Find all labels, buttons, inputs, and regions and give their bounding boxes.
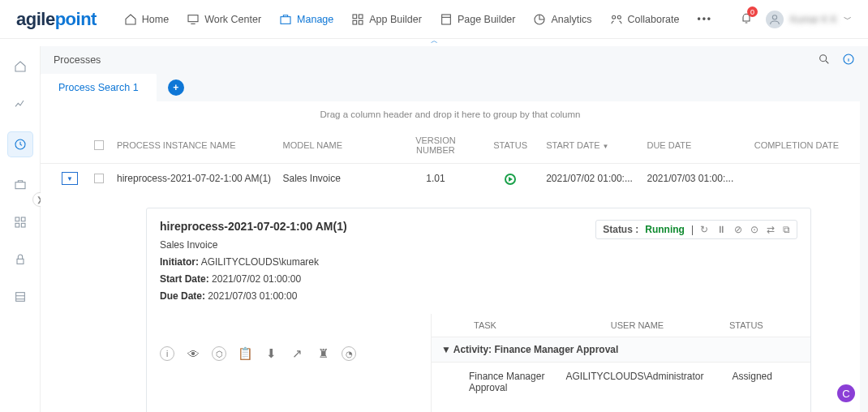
info-action-icon[interactable]: i [160,346,174,361]
task-subgrid: TASK USER NAME STATUS ▼ Activity: Financ… [431,314,810,412]
status-divider: | [691,224,694,235]
select-all-checkbox[interactable] [94,140,104,150]
share-action-icon[interactable]: ↗ [290,346,304,361]
rail-security[interactable] [11,251,29,268]
task-status: Assigned [704,371,801,393]
col-process-name[interactable]: PROCESS INSTANCE NAME [112,137,277,153]
rail-processes[interactable] [8,132,32,157]
export-action-icon[interactable]: ⬇ [264,346,278,361]
nav-more[interactable]: ••• [697,13,712,26]
restart-icon[interactable]: ⊙ [750,224,758,235]
add-tab-button[interactable]: + [168,79,184,96]
nav-manage[interactable]: Manage [279,13,333,26]
rail-work[interactable] [11,176,29,194]
running-status-icon [505,174,516,185]
due-label: Due Date: [160,290,205,302]
nav-home[interactable]: Home [124,13,169,26]
swap-icon[interactable]: ⇄ [767,224,775,235]
view-action-icon[interactable]: 👁 [186,346,200,361]
svg-point-9 [617,15,621,19]
nav-app-builder[interactable]: App Builder [351,13,422,26]
cell-version: 1.01 [392,170,479,187]
rail-data[interactable] [11,288,29,306]
search-icon[interactable] [818,53,831,68]
start-label: Start Date: [160,273,209,285]
col-version[interactable]: VERSION NUMBER [392,132,479,158]
notifications-button[interactable]: 0 [740,11,753,27]
nav-work-center-label: Work Center [204,14,261,25]
clipboard-action-icon[interactable]: 📋 [238,346,252,361]
process-grid: Drag a column header and drop it here to… [41,101,860,412]
nav-collaborate[interactable]: Collaborate [610,13,680,26]
col-completion-date[interactable]: COMPLETION DATE [743,137,844,153]
notification-badge: 0 [747,6,758,17]
task-row[interactable]: Finance Manager Approval AGILITYCLOUDS\A… [432,363,810,401]
top-bar: agilepoint Home Work Center Manage App B… [0,0,868,39]
copy-icon[interactable]: ⧉ [783,224,790,235]
pause-icon[interactable]: ⏸ [716,224,726,235]
tab-process-search[interactable]: Process Search 1 [41,74,157,101]
rail-apps[interactable] [11,213,29,231]
svg-rect-14 [21,217,25,221]
initiator-label: Initiator: [160,256,199,268]
main-content: Processes Process Search 1 + Drag a colu… [41,46,868,412]
user-menu[interactable]: Kumar K K ﹀ [766,11,852,28]
activity-group-row[interactable]: ▼ Activity: Finance Manager Approval [432,337,810,363]
cell-completion [743,175,844,182]
user-name-label: Kumar K K [790,14,837,25]
svg-rect-0 [188,15,198,21]
table-row[interactable]: ▼ hireprocess-2021-07-02-1:00 AM(1) Sale… [41,164,860,193]
brand-part-a: agile [16,9,55,29]
brand-logo: agilepoint [16,9,97,30]
info-icon[interactable] [842,53,855,68]
svg-rect-3 [359,15,363,19]
row-checkbox[interactable] [94,174,104,183]
collaborate-icon [610,13,623,26]
nav-analytics[interactable]: Analytics [533,13,591,26]
grid-header-row: PROCESS INSTANCE NAME MODEL NAME VERSION… [41,127,860,164]
header-collapse-toggle[interactable]: ︿ [0,36,868,46]
cell-process-name: hireprocess-2021-07-02-1:00 AM(1) [112,170,277,187]
group-drop-hint: Drag a column header and drop it here to… [41,101,860,127]
nav-page-builder-label: Page Builder [458,14,516,25]
chart-icon [533,13,546,26]
page-header: Processes [41,46,868,74]
nav-home-label: Home [142,14,169,25]
col-model-name[interactable]: MODEL NAME [277,137,391,153]
grid-icon [351,13,364,26]
tree-action-icon[interactable]: ♜ [316,346,330,361]
subcol-status: STATUS [692,320,801,330]
svg-rect-17 [17,259,24,264]
due-value: 2021/07/03 01:00:00 [208,290,297,302]
cell-start: 2021/07/02 01:00:... [541,170,642,187]
col-due-date[interactable]: DUE DATE [642,137,742,153]
svg-rect-16 [21,223,25,227]
timer-action-icon[interactable]: ◔ [342,346,356,361]
stop-icon[interactable]: ⊘ [734,224,742,235]
nav-collaborate-label: Collaborate [628,14,680,25]
rail-dashboard[interactable] [11,95,29,113]
svg-rect-5 [359,20,363,24]
col-status[interactable]: STATUS [479,137,541,153]
cell-due: 2021/07/03 01:00:... [642,170,742,187]
cell-status [479,170,541,188]
nav-manage-label: Manage [297,14,333,25]
col-start-date[interactable]: START DATE▼ [541,137,642,153]
process-detail-card: hireprocess-2021-07-02-1:00 AM(1) Sales … [146,208,811,412]
help-speed-dial[interactable]: C [837,384,855,402]
refresh-icon[interactable]: ↻ [700,224,708,235]
status-value: Running [645,224,685,235]
svg-rect-6 [442,15,451,24]
brand-part-b: point [55,9,97,29]
task-user: AGILITYCLOUDS\Administrator [565,371,703,393]
avatar-icon [766,11,784,28]
task-name: Finance Manager Approval [441,371,565,393]
nav-page-builder[interactable]: Page Builder [440,13,516,26]
svg-rect-18 [15,293,24,302]
diagram-action-icon[interactable]: ⬡ [212,346,226,361]
rail-home[interactable] [11,58,29,75]
sort-desc-icon: ▼ [603,143,609,150]
nav-work-center[interactable]: Work Center [187,13,261,26]
subcol-user: USER NAME [582,320,691,330]
row-expand-toggle[interactable]: ▼ [62,172,78,185]
